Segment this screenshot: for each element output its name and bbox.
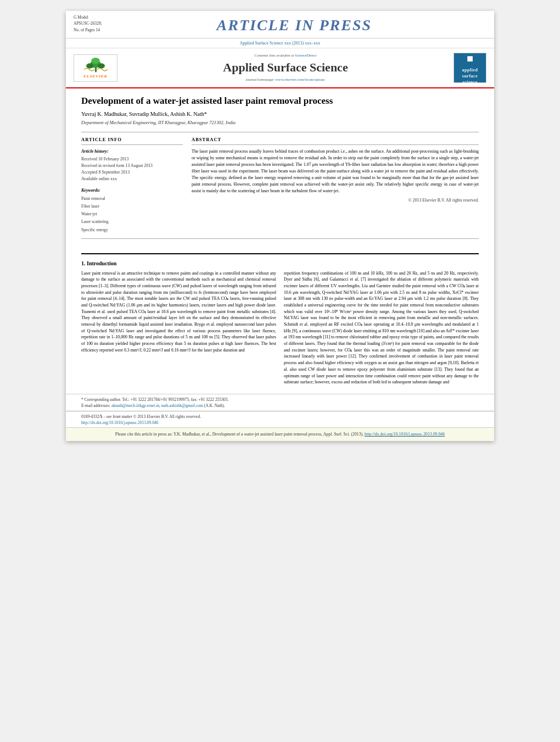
journal-center: Contents lists available at ScienceDirec… — [124, 53, 447, 83]
keyword-3: Water-jet — [81, 210, 183, 218]
footnote-email: E-mail addresses: aknath@mech.iitkgp.ern… — [81, 403, 479, 409]
email-link-1[interactable]: aknath@mech.iitkgp.ernet.in — [111, 403, 159, 408]
received-date: Received 10 February 2013 — [81, 156, 183, 163]
intro-para-2: repetition frequency combinations of 100… — [284, 270, 479, 386]
issn-line: 0169-4332/$ – see front matter © 2013 El… — [81, 414, 479, 420]
keyword-5: Specific energy — [81, 226, 183, 234]
article-in-press-banner: ARTICLE IN PRESS — [102, 14, 486, 36]
elsevier-tree-icon — [81, 57, 111, 73]
journal-header: ELSEVIER Contents lists available at Sci… — [66, 48, 494, 88]
email-link-2[interactable]: nath.ashishk@gmail.com — [161, 403, 203, 408]
citation-text: Please cite this article in press as: Y.… — [115, 432, 363, 437]
article-title: Development of a water-jet assisted lase… — [81, 95, 479, 107]
main-content: 1. Introduction Laser paint removal is a… — [66, 249, 494, 394]
journal-homepage: journal homepage: www.elsevier.com/locat… — [124, 77, 447, 83]
keywords-label: Keywords: — [81, 187, 183, 193]
sciencedirect-link[interactable]: ScienceDirect — [295, 53, 316, 58]
doi-line: http://dx.doi.org/10.1016/j.apsusc.2013.… — [81, 420, 479, 426]
section-divider-2 — [81, 238, 479, 239]
svg-point-3 — [97, 63, 104, 68]
article-history-label: Article history: — [81, 148, 183, 154]
keywords-section: Keywords: Paint removal Fiber laser Wate… — [81, 187, 183, 233]
journal-homepage-link[interactable]: www.elsevier.com/locate/apsusc — [276, 77, 326, 82]
article-info-abstract: ARTICLE INFO Article history: Received 1… — [81, 137, 479, 233]
main-divider — [81, 253, 479, 254]
journal-title: Applied Surface Science — [124, 59, 447, 76]
copyright-notice: © 2013 Elsevier B.V. All rights reserved… — [192, 198, 479, 204]
intro-col-2: repetition frequency combinations of 100… — [284, 270, 479, 388]
intro-para-1: Laser paint removal is an attractive tec… — [81, 270, 276, 354]
abstract-col: ABSTRACT The laser paint removal process… — [192, 137, 479, 233]
article-info-header: ARTICLE INFO — [81, 137, 183, 145]
svg-point-4 — [91, 58, 99, 64]
page: G Model APSUSC-26329; No. of Pages 14 AR… — [66, 11, 494, 441]
footer-line: 0169-4332/$ – see front matter © 2013 El… — [66, 411, 494, 427]
citation-doi-link[interactable]: http://dx.doi.org/10.1016/j.apsusc.2013.… — [365, 432, 445, 437]
brand-icon: ■ — [467, 51, 473, 66]
keyword-2: Fiber laser — [81, 203, 183, 210]
abstract-header: ABSTRACT — [192, 137, 479, 145]
journal-url-strip: Applied Surface Science xxx (2013) xxx–x… — [66, 38, 494, 48]
sciencedirect-text: Contents lists available at ScienceDirec… — [124, 53, 447, 59]
accepted-date: Accepted 8 September 2013 — [81, 169, 183, 176]
received-revised-date: Received in revised form 13 August 2013 — [81, 163, 183, 169]
article-authors: Yuvraj K. Madhukar, Suvradip Mullick, As… — [81, 110, 479, 118]
citation-bar: Please cite this article in press as: Y.… — [66, 427, 494, 441]
intro-col-1: Laser paint removal is an attractive tec… — [81, 270, 276, 388]
keyword-1: Paint removal — [81, 195, 183, 203]
elsevier-logo: ELSEVIER — [74, 54, 117, 82]
footnote-section: * Corresponding author. Tel.: +91 3222 2… — [66, 394, 494, 411]
intro-columns: Laser paint removal is an attractive tec… — [81, 270, 479, 388]
abstract-text: The laser paint removal process usually … — [192, 148, 479, 194]
article-affiliation: Department of Mechanical Engineering, II… — [81, 120, 479, 126]
journal-brand-logo: ■ appliedsurfacescience — [453, 53, 486, 83]
keyword-4: Laser scattering — [81, 218, 183, 226]
article-info-col: ARTICLE INFO Article history: Received 1… — [81, 137, 183, 233]
article-body: Development of a water-jet assisted lase… — [66, 88, 494, 248]
doi-link[interactable]: http://dx.doi.org/10.1016/j.apsusc.2013.… — [81, 420, 159, 425]
available-date: Available online xxx — [81, 176, 183, 182]
section-divider-1 — [81, 132, 479, 132]
intro-heading: 1. Introduction — [81, 260, 479, 267]
keywords-list: Paint removal Fiber laser Water-jet Lase… — [81, 195, 183, 233]
gmodel-info: G Model APSUSC-26329; No. of Pages 14 — [74, 14, 102, 33]
header-top: G Model APSUSC-26329; No. of Pages 14 AR… — [66, 11, 494, 38]
footnote-star: * Corresponding author. Tel.: +91 3222 2… — [81, 397, 479, 403]
svg-point-2 — [86, 63, 93, 68]
